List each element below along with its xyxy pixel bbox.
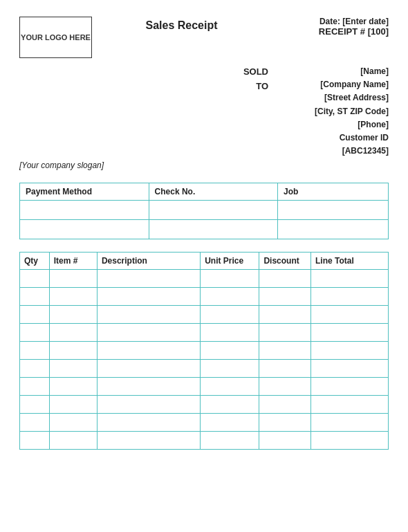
items-table: Qty Item # Description Unit Price Discou… xyxy=(19,252,389,450)
unit-price-cell xyxy=(201,360,259,378)
discount-cell xyxy=(259,396,311,414)
discount-cell xyxy=(259,360,311,378)
header: YOUR LOGO HERE Sales Receipt Date: [Ente… xyxy=(19,17,389,58)
item-cell xyxy=(49,270,97,288)
description-cell xyxy=(97,324,200,342)
table-row xyxy=(20,432,389,450)
item-cell xyxy=(49,288,97,306)
item-cell xyxy=(49,324,97,342)
sold-section: SOLD TO [Name] [Company Name] [Street Ad… xyxy=(19,65,389,158)
customer-id-value: [ABC12345] xyxy=(278,145,389,158)
qty-cell xyxy=(20,342,50,360)
top-right: Date: [Enter date] RECEIPT # [100] xyxy=(271,17,389,37)
date-value: [Enter date] xyxy=(342,17,389,26)
line-total-cell xyxy=(311,360,389,378)
line-total-header: Line Total xyxy=(311,253,389,270)
job-cell xyxy=(278,201,389,220)
table-row xyxy=(20,414,389,432)
payment-method-cell xyxy=(20,220,149,239)
qty-cell xyxy=(20,324,50,342)
payment-method-header: Payment Method xyxy=(20,183,149,201)
page-title: Sales Receipt xyxy=(92,19,271,32)
item-cell xyxy=(49,306,97,324)
sold-line2: TO xyxy=(243,80,268,94)
discount-header: Discount xyxy=(259,253,311,270)
sold-label: SOLD TO xyxy=(243,65,268,158)
description-cell xyxy=(97,432,200,450)
unit-price-cell xyxy=(201,342,259,360)
item-cell xyxy=(49,414,97,432)
description-cell xyxy=(97,342,200,360)
discount-cell xyxy=(259,378,311,396)
line-total-cell xyxy=(311,414,389,432)
description-cell xyxy=(97,360,200,378)
line-total-cell xyxy=(311,270,389,288)
sold-company: [Company Name] xyxy=(278,78,389,91)
description-cell xyxy=(97,288,200,306)
logo-box: YOUR LOGO HERE xyxy=(19,17,92,58)
customer-id-label: Customer ID xyxy=(278,131,389,145)
table-row xyxy=(20,306,389,324)
discount-cell xyxy=(259,432,311,450)
table-row xyxy=(20,288,389,306)
description-cell xyxy=(97,306,200,324)
page: YOUR LOGO HERE Sales Receipt Date: [Ente… xyxy=(0,0,408,532)
sold-phone: [Phone] xyxy=(278,118,389,131)
unit-price-cell xyxy=(201,432,259,450)
unit-price-cell xyxy=(201,270,259,288)
item-cell xyxy=(49,342,97,360)
job-cell xyxy=(278,220,389,239)
unit-price-cell xyxy=(201,378,259,396)
item-cell xyxy=(49,396,97,414)
line-total-cell xyxy=(311,288,389,306)
date-label: Date: xyxy=(319,17,340,26)
table-row xyxy=(20,201,389,220)
discount-cell xyxy=(259,324,311,342)
company-slogan: [Your company slogan] xyxy=(19,160,389,170)
receipt-line: RECEIPT # [100] xyxy=(271,26,389,37)
line-total-cell xyxy=(311,396,389,414)
table-row xyxy=(20,342,389,360)
discount-cell xyxy=(259,288,311,306)
qty-cell xyxy=(20,306,50,324)
payment-table-header-row: Payment Method Check No. Job xyxy=(20,183,389,201)
qty-cell xyxy=(20,432,50,450)
unit-price-cell xyxy=(201,324,259,342)
table-row xyxy=(20,270,389,288)
item-cell xyxy=(49,360,97,378)
job-header: Job xyxy=(278,183,389,201)
table-row xyxy=(20,396,389,414)
unit-price-cell xyxy=(201,288,259,306)
qty-cell xyxy=(20,360,50,378)
description-cell xyxy=(97,414,200,432)
check-no-cell xyxy=(149,201,278,220)
table-row xyxy=(20,360,389,378)
line-total-cell xyxy=(311,432,389,450)
check-no-cell xyxy=(149,220,278,239)
qty-cell xyxy=(20,270,50,288)
description-header: Description xyxy=(97,253,200,270)
sold-name: [Name] xyxy=(278,65,389,78)
logo-text: YOUR LOGO HERE xyxy=(21,33,91,42)
line-total-cell xyxy=(311,378,389,396)
line-total-cell xyxy=(311,342,389,360)
date-line: Date: [Enter date] xyxy=(271,17,389,26)
receipt-label: RECEIPT # xyxy=(319,26,365,37)
line-total-cell xyxy=(311,324,389,342)
unit-price-header: Unit Price xyxy=(201,253,259,270)
table-row xyxy=(20,378,389,396)
line-total-cell xyxy=(311,306,389,324)
discount-cell xyxy=(259,342,311,360)
qty-cell xyxy=(20,378,50,396)
discount-cell xyxy=(259,306,311,324)
unit-price-cell xyxy=(201,306,259,324)
item-cell xyxy=(49,378,97,396)
qty-header: Qty xyxy=(20,253,50,270)
item-cell xyxy=(49,432,97,450)
table-row xyxy=(20,324,389,342)
sold-city: [City, ST ZIP Code] xyxy=(278,105,389,118)
qty-cell xyxy=(20,396,50,414)
sold-line1: SOLD xyxy=(243,65,268,80)
title-area: Sales Receipt xyxy=(92,17,271,32)
unit-price-cell xyxy=(201,396,259,414)
